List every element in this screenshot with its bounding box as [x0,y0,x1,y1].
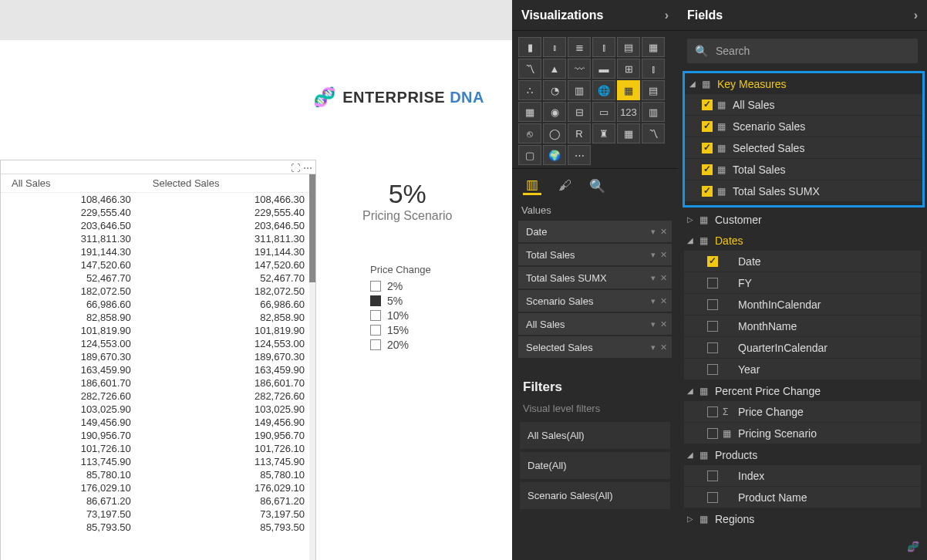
table-row[interactable]: 124,553.00124,553.00 [1,337,315,350]
well-dropdown-icon[interactable]: ▾ [651,250,656,260]
viz-type-icon[interactable]: 〽 [518,59,541,79]
table-row[interactable]: 73,197.5073,197.50 [1,508,315,521]
collapse-fields-icon[interactable]: › [914,8,918,22]
table-row[interactable]: 85,793.5085,793.50 [1,521,315,534]
table-row[interactable]: 108,466.30108,466.30 [1,193,315,207]
field-checkbox[interactable] [707,278,718,288]
viz-type-icon[interactable]: 〰 [568,59,591,79]
viz-type-icon[interactable]: ⎋ [518,123,541,143]
table-row[interactable]: 190,956.70190,956.70 [1,429,315,442]
viz-type-icon[interactable]: ▤ [617,37,640,57]
customer-table[interactable]: ▷ ▦ Customer [684,209,921,230]
viz-type-icon[interactable]: ⋯ [568,145,591,165]
well-dropdown-icon[interactable]: ▾ [651,319,656,329]
viz-type-icon[interactable]: ◉ [543,102,566,122]
viz-type-icon[interactable]: ▮ [518,37,541,57]
slicer-option[interactable]: 10% [370,309,431,322]
viz-type-icon[interactable]: 〽 [642,123,665,143]
percent-price-change-table[interactable]: ◢ ▦ Percent Price Change [684,380,921,401]
field-item[interactable]: ▦Pricing Scenario [684,423,921,444]
slicer-option[interactable]: 5% [370,295,431,307]
viz-type-icon[interactable]: ▦ [617,123,640,143]
viz-type-icon[interactable]: ⫾ [543,37,566,57]
field-checkbox[interactable] [707,342,718,353]
slicer-option[interactable]: 2% [370,280,431,292]
field-checkbox[interactable] [702,164,713,175]
viz-type-icon[interactable]: ▥ [642,102,665,122]
viz-type-icon[interactable]: ▦ [518,102,541,122]
table-row[interactable]: 101,726.10101,726.10 [1,442,315,455]
table-row[interactable]: 82,858.9082,858.90 [1,311,315,324]
analytics-tab-icon[interactable]: 🔍 [588,177,606,195]
table-row[interactable]: 86,671.2086,671.20 [1,494,315,508]
value-well[interactable]: Date▾✕ [518,221,672,242]
viz-type-icon[interactable]: R [568,123,591,143]
field-checkbox[interactable] [707,428,718,439]
viz-type-icon[interactable]: 🌍 [543,145,566,165]
filter-card[interactable]: All Sales(All) [520,422,670,449]
viz-type-icon[interactable]: ▦ [642,37,665,57]
table-row[interactable]: 113,745.90113,745.90 [1,455,315,468]
checkbox-icon[interactable] [370,339,381,350]
viz-type-icon[interactable]: ♜ [592,123,615,143]
well-remove-icon[interactable]: ✕ [660,296,667,306]
more-options-icon[interactable]: ⋯ [303,163,312,174]
well-remove-icon[interactable]: ✕ [660,342,667,353]
format-tab-icon[interactable]: 🖌 [555,177,574,195]
checkbox-icon[interactable] [370,281,381,292]
price-change-slicer[interactable]: Price Change 2%5%10%15%20% [370,264,431,353]
kpi-card[interactable]: 5% Pricing Scenario [362,179,453,223]
well-remove-icon[interactable]: ✕ [660,319,667,329]
table-row[interactable]: 66,986.6066,986.60 [1,298,315,311]
table-row[interactable]: 85,780.1085,780.10 [1,468,315,481]
products-table[interactable]: ◢ ▦ Products [684,444,921,465]
table-row[interactable]: 229,555.40229,555.40 [1,206,315,219]
well-dropdown-icon[interactable]: ▾ [651,273,656,283]
slicer-option[interactable]: 15% [370,324,431,336]
checkbox-icon[interactable] [370,325,381,336]
regions-table[interactable]: ▷ ▦ Regions [684,508,921,529]
viz-type-icon[interactable]: ⫿ [592,37,615,57]
field-checkbox[interactable] [707,364,718,375]
table-row[interactable]: 282,726.60282,726.60 [1,390,315,403]
field-checkbox[interactable] [702,186,713,197]
fields-tab-icon[interactable]: ▥ [523,177,541,195]
field-item[interactable]: ▦All Sales [685,94,922,115]
field-checkbox[interactable] [702,121,713,132]
table-row[interactable]: 189,670.30189,670.30 [1,350,315,363]
table-row[interactable]: 52,467.7052,467.70 [1,272,315,285]
field-checkbox[interactable] [707,492,718,503]
viz-type-icon[interactable]: ▤ [642,80,665,100]
table-row[interactable]: 191,144.30191,144.30 [1,245,315,258]
value-well[interactable]: Total Sales SUMX▾✕ [518,267,672,288]
field-item[interactable]: Index [684,465,921,486]
field-checkbox[interactable] [707,256,718,267]
field-checkbox[interactable] [707,321,718,332]
table-row[interactable]: 186,601.70186,601.70 [1,376,315,390]
table-scrollbar[interactable] [309,174,315,560]
table-row[interactable]: 176,029.10176,029.10 [1,481,315,494]
table-column-header[interactable]: Selected Sales [142,174,315,193]
well-dropdown-icon[interactable]: ▾ [651,227,656,237]
field-item[interactable]: ΣPrice Change [684,401,921,422]
field-item[interactable]: Year [684,359,921,380]
field-item[interactable]: ▦Scenario Sales [685,116,922,137]
table-visual[interactable]: ⛶ ⋯ All SalesSelected Sales 108,466.3010… [0,160,316,560]
field-checkbox[interactable] [707,407,718,417]
table-row[interactable]: 147,520.60147,520.60 [1,258,315,272]
viz-type-icon[interactable]: ▲ [543,59,566,79]
table-column-header[interactable]: All Sales [1,174,142,193]
viz-type-icon[interactable]: ⫿ [642,59,665,79]
dates-table[interactable]: ◢ ▦ Dates [684,230,921,251]
checkbox-icon[interactable] [370,310,381,321]
field-item[interactable]: QuarterInCalendar [684,337,921,358]
value-well[interactable]: Selected Sales▾✕ [518,336,672,358]
field-checkbox[interactable] [707,299,718,310]
well-dropdown-icon[interactable]: ▾ [651,342,656,353]
fields-search[interactable]: 🔍 Search [687,39,918,63]
focus-mode-icon[interactable]: ⛶ [291,163,300,174]
collapse-viz-icon[interactable]: › [665,8,669,22]
viz-type-icon[interactable]: ∴ [518,80,541,100]
viz-type-icon[interactable]: ⊟ [568,102,591,122]
table-row[interactable]: 101,819.90101,819.90 [1,324,315,337]
